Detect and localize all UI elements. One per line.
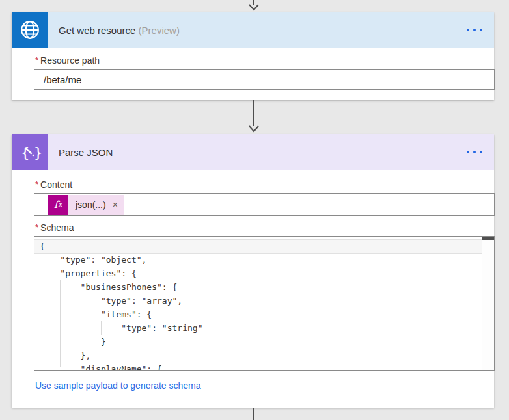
indent-guide — [81, 294, 81, 367]
action-card-parse-json: { } Parse JSON *Content fx json(...) × *… — [12, 134, 494, 408]
editor-vertical-scrollbar[interactable] — [482, 237, 494, 370]
indent-guide — [40, 254, 40, 367]
content-input[interactable]: fx json(...) × — [34, 193, 495, 216]
schema-code-line: }, — [40, 348, 482, 362]
expression-token-label: json(...) — [68, 200, 111, 210]
required-marker: * — [35, 55, 38, 65]
use-sample-payload-link[interactable]: Use sample payload to generate schema — [35, 380, 200, 391]
schema-code-editor[interactable]: { "type": "object", "properties": { "bus… — [34, 236, 495, 371]
connector-line-bottom — [253, 408, 254, 420]
preview-badge: (Preview) — [139, 25, 180, 36]
schema-code-line: "businessPhones": { — [40, 280, 482, 294]
schema-code-line: } — [40, 335, 482, 348]
fx-expression-icon: fx — [48, 195, 68, 215]
schema-label: *Schema — [35, 222, 494, 233]
card-header-get-web-resource[interactable]: Get web resource (Preview) — [12, 12, 494, 48]
card-title: Parse JSON — [59, 147, 113, 158]
schema-code: { "type": "object", "properties": { "bus… — [40, 239, 482, 371]
content-label: *Content — [35, 179, 494, 190]
remove-token-icon[interactable]: × — [111, 200, 124, 209]
schema-code-line: "items": { — [40, 308, 482, 321]
schema-code-line: "type": "string" — [40, 321, 482, 335]
resource-path-input[interactable]: /beta/me — [34, 69, 495, 90]
card-title: Get web resource (Preview) — [59, 25, 180, 36]
connector-arrow-top-icon — [247, 0, 261, 12]
svg-text:}: } — [34, 144, 42, 161]
required-marker: * — [35, 222, 38, 232]
schema-code-line: "type": "array", — [40, 294, 482, 308]
card-header-parse-json[interactable]: { } Parse JSON — [12, 134, 494, 170]
schema-code-line: "type": "object", — [40, 253, 482, 267]
resource-path-label: *Resource path — [35, 55, 494, 66]
flow-designer-canvas: { "canvas": { "background_color": "#e8e8… — [0, 0, 509, 420]
ellipsis-menu-icon[interactable] — [464, 25, 485, 35]
connector-arrow-mid-icon — [247, 100, 261, 134]
action-card-get-web-resource: Get web resource (Preview) *Resource pat… — [12, 12, 494, 100]
braces-pencil-icon: { } — [12, 134, 48, 170]
globe-icon — [12, 12, 48, 48]
schema-code-line: { — [40, 239, 482, 253]
indent-guide — [101, 321, 102, 335]
expression-token[interactable]: fx json(...) × — [48, 195, 124, 215]
indent-guide — [60, 280, 61, 367]
resource-path-value: /beta/me — [44, 74, 81, 85]
required-marker: * — [35, 179, 38, 189]
svg-text:{: { — [21, 144, 30, 161]
schema-code-line: "properties": { — [40, 267, 482, 280]
ellipsis-menu-icon[interactable] — [464, 147, 485, 157]
scrollbar-thumb[interactable] — [482, 237, 494, 240]
schema-code-line: "displayName": { — [40, 362, 482, 371]
